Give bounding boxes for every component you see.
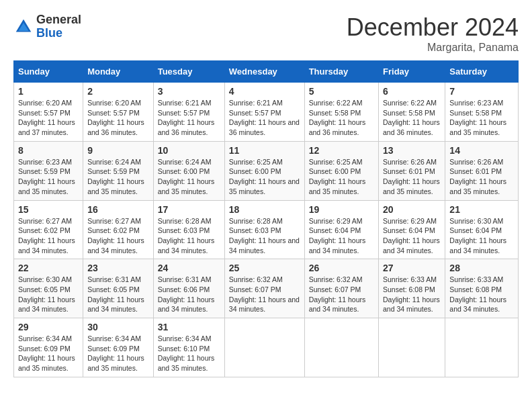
calendar-cell: 6Sunrise: 6:22 AMSunset: 5:58 PMDaylight…: [379, 83, 445, 142]
column-header-wednesday: Wednesday: [224, 61, 304, 83]
day-number: 13: [383, 145, 441, 156]
day-info: Sunrise: 6:33 AMSunset: 6:08 PMDaylight:…: [383, 275, 441, 314]
calendar-cell: 16Sunrise: 6:27 AMSunset: 6:02 PMDayligh…: [83, 200, 154, 259]
day-number: 9: [87, 145, 149, 156]
day-number: 22: [18, 263, 79, 273]
day-info: Sunrise: 6:21 AMSunset: 5:57 PMDaylight:…: [229, 98, 300, 138]
day-number: 7: [449, 86, 514, 97]
day-info: Sunrise: 6:22 AMSunset: 5:58 PMDaylight:…: [309, 98, 374, 138]
day-number: 3: [158, 86, 220, 97]
week-row-3: 15Sunrise: 6:27 AMSunset: 6:02 PMDayligh…: [14, 200, 519, 259]
calendar-cell: 12Sunrise: 6:25 AMSunset: 6:00 PMDayligh…: [304, 141, 378, 200]
main-title: December 2024: [347, 13, 519, 42]
day-info: Sunrise: 6:20 AMSunset: 5:57 PMDaylight:…: [87, 98, 149, 138]
day-info: Sunrise: 6:20 AMSunset: 5:57 PMDaylight:…: [18, 98, 79, 138]
day-info: Sunrise: 6:24 AMSunset: 6:00 PMDaylight:…: [158, 157, 220, 197]
subtitle: Margarita, Panama: [347, 42, 519, 54]
day-info: Sunrise: 6:32 AMSunset: 6:07 PMDaylight:…: [229, 275, 300, 314]
day-number: 17: [158, 204, 220, 215]
calendar-cell: 4Sunrise: 6:21 AMSunset: 5:57 PMDaylight…: [224, 83, 304, 142]
day-number: 29: [18, 322, 79, 332]
column-header-saturday: Saturday: [445, 61, 519, 83]
day-number: 18: [229, 204, 300, 215]
day-info: Sunrise: 6:25 AMSunset: 6:00 PMDaylight:…: [309, 157, 374, 197]
calendar-cell: 24Sunrise: 6:31 AMSunset: 6:06 PMDayligh…: [153, 259, 224, 318]
day-info: Sunrise: 6:24 AMSunset: 5:59 PMDaylight:…: [87, 157, 149, 197]
calendar-cell: 15Sunrise: 6:27 AMSunset: 6:02 PMDayligh…: [14, 200, 83, 259]
calendar-cell: [379, 318, 445, 377]
day-info: Sunrise: 6:23 AMSunset: 5:58 PMDaylight:…: [449, 98, 514, 138]
day-info: Sunrise: 6:31 AMSunset: 6:06 PMDaylight:…: [158, 275, 220, 314]
day-number: 6: [383, 86, 441, 97]
column-header-friday: Friday: [379, 61, 445, 83]
day-info: Sunrise: 6:34 AMSunset: 6:09 PMDaylight:…: [18, 334, 79, 373]
day-info: Sunrise: 6:21 AMSunset: 5:57 PMDaylight:…: [158, 98, 220, 138]
title-block: December 2024 Margarita, Panama: [347, 13, 519, 54]
day-info: Sunrise: 6:30 AMSunset: 6:05 PMDaylight:…: [18, 275, 79, 314]
column-header-tuesday: Tuesday: [153, 61, 224, 83]
week-row-4: 22Sunrise: 6:30 AMSunset: 6:05 PMDayligh…: [14, 259, 519, 318]
calendar-cell: 23Sunrise: 6:31 AMSunset: 6:05 PMDayligh…: [83, 259, 154, 318]
day-number: 20: [383, 204, 441, 215]
day-number: 12: [309, 145, 374, 156]
day-info: Sunrise: 6:32 AMSunset: 6:07 PMDaylight:…: [309, 275, 374, 314]
calendar-cell: 3Sunrise: 6:21 AMSunset: 5:57 PMDaylight…: [153, 83, 224, 142]
column-header-sunday: Sunday: [14, 61, 83, 83]
day-number: 31: [158, 322, 220, 332]
calendar-cell: 1Sunrise: 6:20 AMSunset: 5:57 PMDaylight…: [14, 83, 83, 142]
day-info: Sunrise: 6:28 AMSunset: 6:03 PMDaylight:…: [158, 216, 220, 256]
header-row: SundayMondayTuesdayWednesdayThursdayFrid…: [14, 61, 519, 83]
calendar-cell: [445, 318, 519, 377]
day-info: Sunrise: 6:23 AMSunset: 5:59 PMDaylight:…: [18, 157, 79, 197]
column-header-monday: Monday: [83, 61, 154, 83]
day-number: 21: [449, 204, 514, 215]
calendar-cell: 7Sunrise: 6:23 AMSunset: 5:58 PMDaylight…: [445, 83, 519, 142]
logo: General Blue: [13, 13, 81, 40]
day-number: 15: [18, 204, 79, 215]
day-info: Sunrise: 6:29 AMSunset: 6:04 PMDaylight:…: [309, 216, 374, 256]
week-row-2: 8Sunrise: 6:23 AMSunset: 5:59 PMDaylight…: [14, 141, 519, 200]
calendar-table: SundayMondayTuesdayWednesdayThursdayFrid…: [13, 60, 519, 377]
day-info: Sunrise: 6:25 AMSunset: 6:00 PMDaylight:…: [229, 157, 300, 197]
day-number: 10: [158, 145, 220, 156]
day-info: Sunrise: 6:33 AMSunset: 6:08 PMDaylight:…: [449, 275, 514, 314]
calendar-cell: [224, 318, 304, 377]
calendar-body: 1Sunrise: 6:20 AMSunset: 5:57 PMDaylight…: [14, 83, 519, 377]
day-info: Sunrise: 6:26 AMSunset: 6:01 PMDaylight:…: [449, 157, 514, 197]
calendar-cell: 26Sunrise: 6:32 AMSunset: 6:07 PMDayligh…: [304, 259, 378, 318]
day-number: 11: [229, 145, 300, 156]
calendar-header: SundayMondayTuesdayWednesdayThursdayFrid…: [14, 61, 519, 83]
calendar-cell: 2Sunrise: 6:20 AMSunset: 5:57 PMDaylight…: [83, 83, 154, 142]
calendar-cell: 8Sunrise: 6:23 AMSunset: 5:59 PMDaylight…: [14, 141, 83, 200]
calendar-cell: 18Sunrise: 6:28 AMSunset: 6:03 PMDayligh…: [224, 200, 304, 259]
calendar-cell: 20Sunrise: 6:29 AMSunset: 6:04 PMDayligh…: [379, 200, 445, 259]
day-info: Sunrise: 6:31 AMSunset: 6:05 PMDaylight:…: [87, 275, 149, 314]
day-info: Sunrise: 6:34 AMSunset: 6:09 PMDaylight:…: [87, 334, 149, 373]
day-number: 1: [18, 86, 79, 97]
calendar-cell: 27Sunrise: 6:33 AMSunset: 6:08 PMDayligh…: [379, 259, 445, 318]
calendar-cell: 22Sunrise: 6:30 AMSunset: 6:05 PMDayligh…: [14, 259, 83, 318]
day-number: 4: [229, 86, 300, 97]
day-info: Sunrise: 6:27 AMSunset: 6:02 PMDaylight:…: [87, 216, 149, 256]
calendar-cell: 30Sunrise: 6:34 AMSunset: 6:09 PMDayligh…: [83, 318, 154, 377]
calendar-cell: 9Sunrise: 6:24 AMSunset: 5:59 PMDaylight…: [83, 141, 154, 200]
day-number: 5: [309, 86, 374, 97]
day-info: Sunrise: 6:27 AMSunset: 6:02 PMDaylight:…: [18, 216, 79, 256]
day-number: 14: [449, 145, 514, 156]
day-number: 28: [449, 263, 514, 273]
calendar-cell: 13Sunrise: 6:26 AMSunset: 6:01 PMDayligh…: [379, 141, 445, 200]
day-info: Sunrise: 6:29 AMSunset: 6:04 PMDaylight:…: [383, 216, 441, 256]
calendar-cell: 5Sunrise: 6:22 AMSunset: 5:58 PMDaylight…: [304, 83, 378, 142]
week-row-5: 29Sunrise: 6:34 AMSunset: 6:09 PMDayligh…: [14, 318, 519, 377]
day-info: Sunrise: 6:30 AMSunset: 6:04 PMDaylight:…: [449, 216, 514, 256]
calendar-cell: 21Sunrise: 6:30 AMSunset: 6:04 PMDayligh…: [445, 200, 519, 259]
calendar-cell: 11Sunrise: 6:25 AMSunset: 6:00 PMDayligh…: [224, 141, 304, 200]
day-number: 30: [87, 322, 149, 332]
calendar-cell: 25Sunrise: 6:32 AMSunset: 6:07 PMDayligh…: [224, 259, 304, 318]
day-number: 25: [229, 263, 300, 273]
week-row-1: 1Sunrise: 6:20 AMSunset: 5:57 PMDaylight…: [14, 83, 519, 142]
day-number: 16: [87, 204, 149, 215]
logo-general: General: [36, 13, 81, 27]
calendar-cell: 14Sunrise: 6:26 AMSunset: 6:01 PMDayligh…: [445, 141, 519, 200]
calendar-cell: 29Sunrise: 6:34 AMSunset: 6:09 PMDayligh…: [14, 318, 83, 377]
